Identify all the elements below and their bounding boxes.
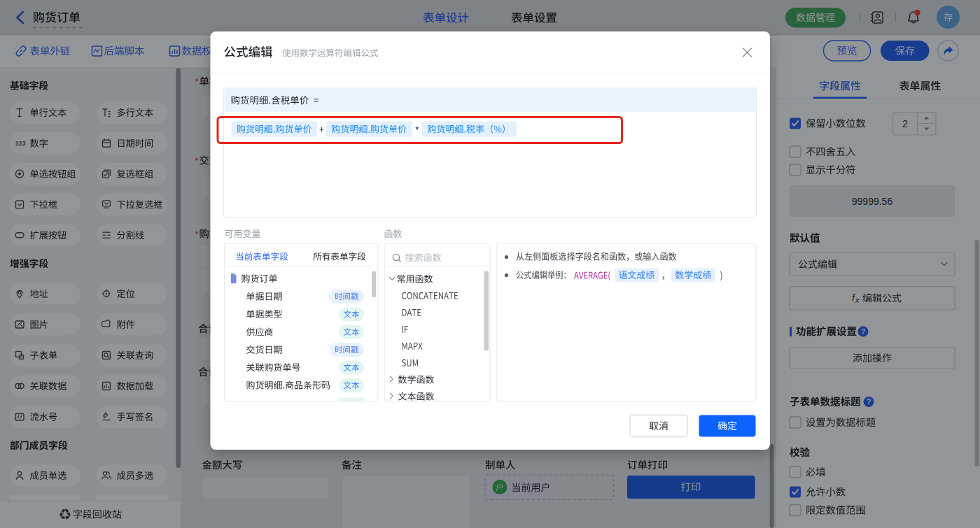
svg-text:123: 123 (15, 140, 26, 147)
svg-text:x: x (855, 296, 860, 304)
svg-text:2: 2 (902, 118, 908, 129)
svg-text:99999.56: 99999.56 (852, 196, 893, 207)
svg-text:?: ? (861, 327, 866, 336)
svg-text:?: ? (867, 397, 872, 406)
